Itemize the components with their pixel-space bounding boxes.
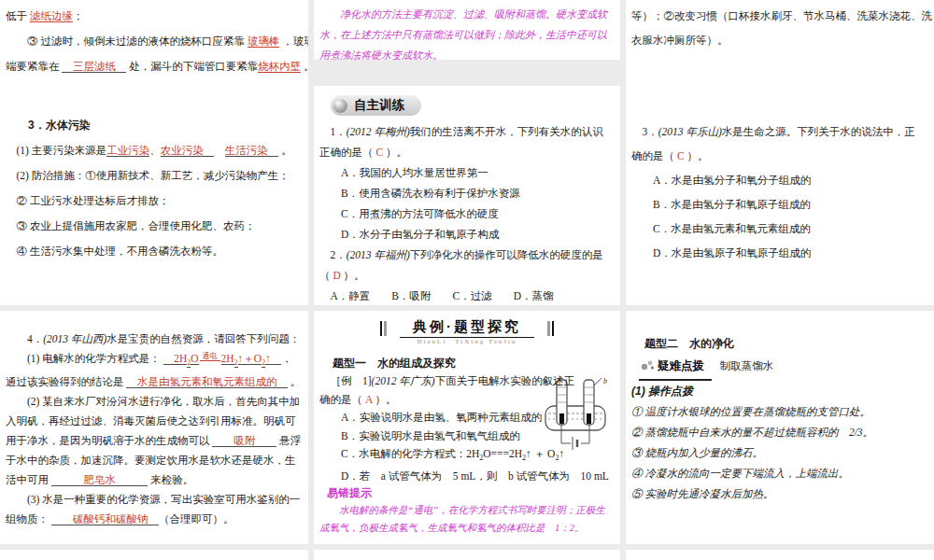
text-run: (3) 水是一种重要的化学资源，写出实验室可用水鉴别的一 [6, 494, 300, 505]
text-run: 通电 [200, 352, 220, 361]
text-line: 活中可用 肥皂水 来检验。 [6, 470, 303, 490]
text-run: 入明矾，再经过过滤、消毒灭菌后使之达到引用标准。明矾可 [6, 415, 296, 427]
text-run: 农业污染 [161, 145, 215, 157]
text-run: ↑ [265, 353, 281, 365]
text-run: ③ 过滤时，倾倒未过滤的液体的烧杯口应紧靠 [6, 35, 248, 47]
text-run: 我们的生活离不开水，下列有关水的认识 [410, 126, 603, 137]
text-run: 用于净水，是因为明矾溶于水的生成物可以 [6, 435, 212, 446]
text-run [214, 145, 225, 156]
filtration-notes-card: 低于 滤纸边缘； ③ 过滤时，倾倒未过滤的液体的烧杯口应紧靠 玻璃棒 ，玻璃棒下… [0, 0, 308, 305]
text-run: A．实验说明水是由氢、氧两种元素组成的 [319, 412, 542, 423]
text-run: A．静置 B．吸附 C．过滤 D．蒸馏 [319, 290, 553, 301]
text-run: 2H [221, 353, 234, 365]
text-run: ； [73, 10, 84, 21]
text-run: D [333, 270, 340, 281]
training-lines: 1．(2012 年梅州)我们的生活离不开水，下列有关水的认识正确的是（ C ）。… [319, 121, 615, 305]
text-line: 用煮沸法将硬水变成软水。 [319, 45, 615, 60]
text-run: 水电解的条件是“通电”，在化学方程式书写时要注明；正极生 [319, 505, 605, 515]
workbook-page: { "colors":{"background":"#ebebeb","card… [0, 0, 934, 560]
text-line: 于水中的杂质，加速沉降。要测定饮用水是软水还是硬水，生 [6, 451, 303, 470]
text-run: D．水是由氢原子和氧原子组成的 [631, 247, 811, 259]
text-run: 端要紧靠在 [6, 61, 62, 72]
bubbles-icon [641, 359, 655, 371]
text-run: 确的是（ [319, 394, 365, 405]
text-run: B．实验说明水是由氢气和氧气组成的 [319, 430, 520, 441]
text-run: 活中可用 [6, 474, 51, 485]
text-run: D．水分子由氢分子和氧原子构成 [319, 229, 499, 240]
difficulty-tips-header: 疑难点拨 制取蒸馏水 [631, 354, 928, 381]
water-question-lines: 等）；②改变习惯（口杯接水刷牙、节水马桶、洗菜水浇花、洗衣服水冲厕所等）。 3．… [631, 4, 928, 265]
text-line: 衣服水冲厕所等）。 [631, 28, 928, 52]
text-run: O===2H [483, 448, 522, 459]
difficulty-tips-label: 疑难点拨 [658, 359, 704, 372]
text-run: 用煮沸法将硬水变成软水。 [319, 49, 443, 60]
text-line: 4．(2013 年山西)水是宝贵的自然资源，请回答下列问题： [6, 329, 303, 349]
text-line: ［例 1](2012 年广东)下面关于电解水实验的叙述正 [319, 372, 615, 391]
text-run: 正确的是（ [319, 147, 375, 158]
text-run: 净化水的方法主要有沉淀、过滤、吸附和蒸馏。硬水变成软 [319, 8, 607, 20]
text-run: 下面关于电解水实验的叙述正 [435, 375, 575, 386]
text-run: O [191, 353, 198, 365]
text-run: 吸附 [212, 435, 276, 447]
text-run: 生活污染 [225, 145, 279, 157]
text-run: ② 工业污水处理达标后才排放； [6, 195, 169, 206]
text-line: D．水是由氢原子和氧原子组成的 [631, 241, 928, 265]
banner-pinyin: DianLi TiXing TanJiu [400, 338, 534, 346]
text-line: 组物质： 碳酸钙和碳酸钠 （合理即可）。 [6, 510, 303, 529]
text-line: 用于净水，是因为明矾溶于水的生成物可以 吸附 悬浮 [6, 431, 303, 451]
text-run: 等）；②改变习惯（口杯接水刷牙、节水马桶、洗菜水浇花、洗 [631, 10, 932, 21]
water-questions-card: 等）；②改变习惯（口杯接水刷牙、节水马桶、洗菜水浇花、洗衣服水冲厕所等）。 3．… [626, 0, 934, 305]
text-line [631, 52, 928, 119]
text-run: (2013 年乐山) [658, 126, 722, 137]
text-line: A．水是由氢分子和氧分子组成的 [631, 168, 928, 192]
text-run: (2012 年广东) [372, 375, 435, 386]
text-line: 低于 滤纸边缘； [6, 4, 303, 29]
operation-tip-lines: (1) 操作点拨① 温度计水银球的位置要在蒸馏烧瓶的支管口处。② 蒸馏烧瓶中自来… [631, 381, 928, 504]
text-run: ）。 [373, 394, 397, 405]
text-line: B．使用含磷洗衣粉有利于保护水资源 [319, 183, 615, 203]
text-line: 水，在上述方法中只有蒸馏法可以做到；除此外，生活中还可以 [319, 24, 615, 45]
middle-column: 净化水的方法主要有沉淀、过滤、吸附和蒸馏。硬水变成软水，在上述方法中只有蒸馏法可… [314, 0, 620, 560]
text-run: 悬浮 [276, 435, 301, 446]
example-card: 典例·题型探究 DianLi TiXing TanJiu 题型一 水的组成及探究… [314, 311, 620, 544]
text-run: C [677, 150, 685, 161]
text-line: 1．(2012 年梅州)我们的生活离不开水，下列有关水的认识 [319, 121, 615, 142]
error-tip-lines: 水电解的条件是“通电”，在化学方程式书写时要注明；正极生成氧气，负极生成氢气，生… [319, 501, 615, 537]
text-run: 。 [278, 145, 291, 156]
text-run: （ [319, 270, 333, 281]
text-line: (1) 电解水的化学方程式是： 2H2O通电2H2↑＋O2↑ ， [6, 349, 303, 372]
text-run: C．水电解的化学方程式：2H [319, 448, 479, 459]
text-line: 2．(2013 年福州)下列净化水的操作可以降低水的硬度的是 [319, 245, 615, 265]
text-run: 玻璃棒 [248, 35, 280, 48]
text-run: 水是生命之源。下列关于水的说法中，正 [722, 126, 915, 137]
text-line: 成氧气，负极生成氢气，生成氧气和氢气的体积比是 1：2。 [319, 519, 615, 537]
difficulty-tips-underline: 疑难点拨 [639, 354, 712, 381]
text-run: A．我国的人均水量居世界第一 [319, 167, 488, 178]
text-line: 3．水体污染 [6, 113, 303, 138]
text-run: ）。 [685, 150, 709, 161]
text-run: A．水是由氢分子和氧分子组成的 [631, 175, 811, 186]
text-run: D．若 a 试管气体为 5 mL，则 b 试管气体为 10 mL [319, 470, 609, 482]
text-run: ，玻璃棒下 [279, 35, 308, 47]
text-line: ② 蒸馏烧瓶中自来水的量不超过烧瓶容积的 2/3。 [631, 422, 928, 442]
text-line: 水电解的条件是“通电”，在化学方程式书写时要注明；正极生 [319, 501, 615, 519]
text-line: 端要紧靠在 三层滤纸 处，漏斗的下端管口要紧靠烧杯内壁 。 [6, 54, 303, 79]
text-run: ③ 农业上提倡施用农家肥，合理使用化肥、农药； [6, 220, 255, 231]
text-line: D．若 a 试管气体为 5 mL，则 b 试管气体为 10 mL [319, 468, 615, 486]
topic-one-title: 题型一 水的组成及探究 [319, 354, 615, 372]
text-run: 4． [6, 333, 43, 344]
text-line: ② 工业污水处理达标后才排放； [6, 189, 303, 214]
self-training-header: 自主训练 [331, 95, 421, 116]
text-run: 水是由氢元素和氧元素组成的 [126, 376, 288, 388]
text-run: ↑ [559, 448, 564, 459]
text-run: 成氧气，负极生成氢气，生成氧气和氢气的体积比是 1：2。 [319, 523, 585, 533]
text-run: 1． [319, 126, 347, 137]
text-run: 三层滤纸 [62, 61, 126, 73]
text-run: 下列净化水的操作可以降低水的硬度的是 [410, 249, 603, 260]
question4-lines: 4．(2013 年山西)水是宝贵的自然资源，请回答下列问题： (1) 电解水的化… [6, 329, 303, 529]
text-run: C．水是由氢元素和氧元素组成的 [631, 223, 811, 234]
text-run: 3．水体污染 [6, 119, 91, 132]
text-run: ⑤ 实验时先通冷凝水后加热。 [631, 488, 773, 499]
text-line: 入明矾，再经过过滤、消毒灭菌后使之达到引用标准。明矾可 [6, 412, 303, 431]
text-run: ③ 烧瓶内加入少量的沸石。 [631, 447, 763, 458]
